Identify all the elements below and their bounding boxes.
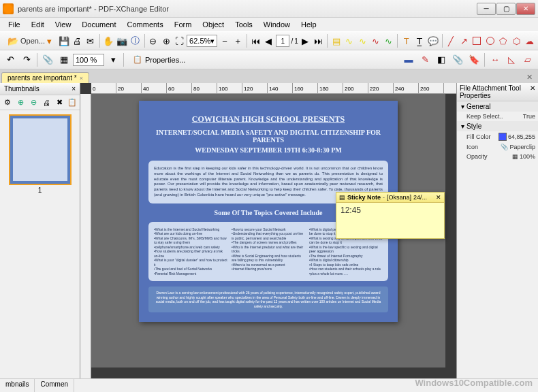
properties-button[interactable]: 📋Properties... <box>127 53 191 66</box>
menu-form[interactable]: Form <box>169 19 197 30</box>
pdf-col-2: •How to secure your Social Network •Unde… <box>232 227 305 276</box>
oval-tool[interactable] <box>484 33 496 48</box>
tab-close-icon[interactable]: × <box>80 75 83 82</box>
save-button[interactable]: 💾 <box>58 33 70 48</box>
snapshot-tool[interactable]: 📷 <box>116 33 128 48</box>
ruler-vertical <box>80 94 91 378</box>
first-page[interactable]: ⏮ <box>250 33 262 48</box>
measure-area[interactable]: ▱ <box>520 52 535 67</box>
underline-tool[interactable]: ∿ <box>370 33 381 48</box>
thumb-zoomin-icon[interactable]: ⊕ <box>14 97 27 109</box>
pdf-footer: Darren Laur is a serving law enforcement… <box>148 287 388 312</box>
menu-edit[interactable]: Edit <box>26 19 50 30</box>
menu-object[interactable]: Object <box>197 19 230 30</box>
next-page[interactable]: ▶ <box>300 33 311 48</box>
minimize-button[interactable]: ─ <box>477 3 496 15</box>
document-tab-bar: parents are important * × ✕ <box>0 69 538 83</box>
attach-tool[interactable]: 📎 <box>450 52 465 67</box>
icon-value[interactable]: 📎Paperclip <box>501 144 535 150</box>
callout-tool[interactable]: 💬 <box>427 33 439 48</box>
fill-color-value[interactable]: 64,85,255 <box>499 133 535 141</box>
measure-dist[interactable]: ↔ <box>488 52 503 67</box>
page-input[interactable]: 1 <box>276 35 289 47</box>
menu-file[interactable]: File <box>3 19 26 30</box>
zoom-minus[interactable]: − <box>219 33 230 48</box>
collapse-icon[interactable]: ▾ <box>461 122 464 130</box>
properties-close[interactable]: ✕ <box>530 84 535 99</box>
attach-button[interactable]: 📎 <box>40 52 55 67</box>
page-view: 020 4060 80100 120140 160180 200220 2402… <box>80 83 456 378</box>
sticky-date: 24/... <box>413 194 434 201</box>
zoom-plus[interactable]: + <box>232 33 244 48</box>
undo-button[interactable]: ↶ <box>3 52 18 67</box>
highlight2-tool[interactable]: ∿ <box>356 33 368 48</box>
menu-document[interactable]: Document <box>76 19 121 30</box>
properties-title: File Attachment Tool Properties <box>460 84 530 99</box>
zoom-in-button[interactable]: ⊕ <box>161 33 172 48</box>
page-sep: / <box>291 37 293 45</box>
opacity-value[interactable]: ▦100% <box>512 153 535 160</box>
thumb-props-icon[interactable]: 📋 <box>66 97 78 109</box>
select-tool[interactable]: Ⓘ <box>129 33 141 48</box>
print-button[interactable]: 🖨 <box>72 33 83 48</box>
thumbnail-page-1[interactable]: 1 <box>9 114 72 195</box>
line-tool[interactable]: ╱ <box>445 33 456 48</box>
pdf-subtitle-1: INTERNET/SOCIAL MEDIA SAFETY AND DIGITAL… <box>148 129 388 144</box>
prev-page[interactable]: ◀ <box>263 33 274 48</box>
tabbar-close[interactable]: ✕ <box>522 71 537 83</box>
hand-tool[interactable]: ✋ <box>102 33 114 48</box>
menu-help[interactable]: Help <box>296 19 322 30</box>
open-button[interactable]: 📂Open...▾ <box>3 33 57 48</box>
stamp-button[interactable]: ▦ <box>57 52 72 67</box>
last-page[interactable]: ⏭ <box>313 33 324 48</box>
ruler-horizontal: 020 4060 80100 120140 160180 200220 2402… <box>91 83 456 94</box>
highlight-tool[interactable]: ∿ <box>343 33 355 48</box>
sticky-title: Sticky Note <box>347 194 381 201</box>
email-button[interactable]: ✉ <box>84 33 96 48</box>
redo-button[interactable]: ↷ <box>19 52 34 67</box>
maximize-button[interactable]: ▢ <box>496 3 516 15</box>
bottom-tab-thumbnails[interactable]: mbnails <box>0 379 35 392</box>
thumb-zoomout-icon[interactable]: ⊖ <box>27 97 39 109</box>
opacity-input[interactable]: 100 % <box>73 54 104 66</box>
pdf-col-1: •What is the Internet and Social Network… <box>154 227 227 276</box>
zoom-out-button[interactable]: ⊖ <box>147 33 159 48</box>
keep-select-value[interactable]: True <box>523 113 535 120</box>
toolbar-secondary: ↶ ↷ 📎 ▦ 100 % ▾ 📋Properties... ▬ ✎ ◧ 📎 🔖… <box>0 50 538 69</box>
strikeout-tool[interactable]: ∿ <box>383 33 394 48</box>
dropdown-icon[interactable]: ▾ <box>106 52 121 67</box>
thumb-delete-icon[interactable]: ✖ <box>53 97 65 109</box>
thumbnails-panel: Thumbnails × ⚙ ⊕ ⊖ 🖨 ✖ 📋 1 <box>0 83 80 378</box>
sticky-note-tool[interactable]: ▤ <box>330 33 342 48</box>
zoom-marquee[interactable]: ⛶ <box>174 33 185 48</box>
textbox-tool[interactable]: T̲ <box>413 33 425 48</box>
thumb-options-icon[interactable]: ⚙ <box>1 97 14 109</box>
arrow-tool[interactable]: ↗ <box>458 33 470 48</box>
menu-view[interactable]: View <box>50 19 77 30</box>
thumb-print-icon[interactable]: 🖨 <box>40 97 52 109</box>
bookmark-tool[interactable]: 🔖 <box>466 52 481 67</box>
cloud-tool[interactable]: ☁ <box>524 33 535 48</box>
sticky-note-popup[interactable]: ▤ Sticky Note - [Oksana] 24/... ✕ 12:45 <box>336 192 445 239</box>
eraser-tool[interactable]: ◧ <box>434 52 449 67</box>
sticky-author: [Oksana] <box>387 194 411 201</box>
close-button[interactable]: ✕ <box>516 3 535 15</box>
menu-comments[interactable]: Comments <box>122 19 169 30</box>
measure-peri[interactable]: ◺ <box>504 52 519 67</box>
pencil-tool[interactable]: ✎ <box>417 52 432 67</box>
thumbnails-close[interactable]: × <box>72 85 76 93</box>
sticky-body[interactable]: 12:45 <box>336 203 444 238</box>
polyline-tool[interactable]: ⬠ <box>497 33 509 48</box>
stamp-tool[interactable]: ▬ <box>401 52 416 67</box>
menu-tools[interactable]: Tools <box>230 19 258 30</box>
zoom-input[interactable]: 62.5%▾ <box>187 35 217 47</box>
menu-window[interactable]: Window <box>258 19 296 30</box>
sticky-close-icon[interactable]: ✕ <box>436 194 441 201</box>
rect-tool[interactable] <box>471 33 483 48</box>
collapse-icon[interactable]: ▾ <box>461 103 464 110</box>
polygon-tool[interactable]: ⬡ <box>511 33 522 48</box>
window-title: parents are important* - PDF-XChange Edi… <box>18 5 477 13</box>
typewriter-tool[interactable]: T <box>400 33 412 48</box>
bottom-tab-comments[interactable]: Commen <box>35 379 74 392</box>
document-tab[interactable]: parents are important * × <box>1 72 89 83</box>
